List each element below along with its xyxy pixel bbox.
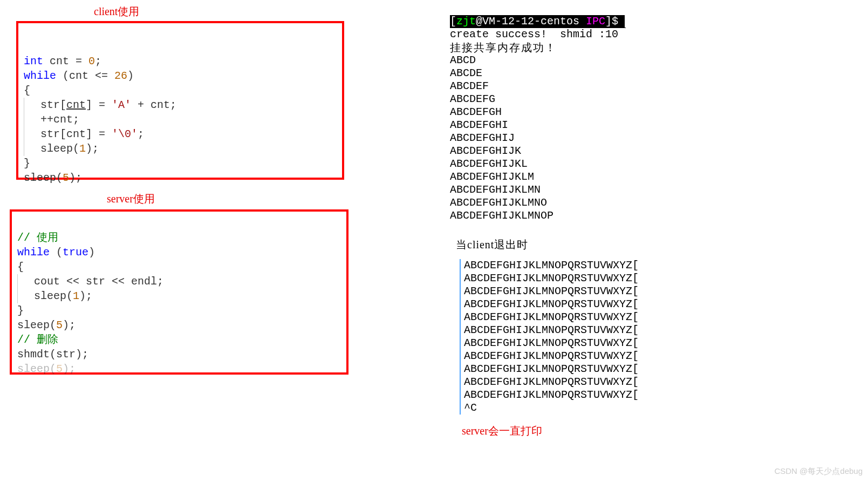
terminal-line: create success! shmid :10 (450, 28, 626, 41)
code-text: true (63, 246, 88, 259)
code-text: // 删除 (17, 334, 58, 346)
prompt-host: VM-12-12-centos (482, 15, 586, 28)
code-text: sleep( (17, 363, 56, 375)
exit-label: 当client退出时 (456, 237, 528, 252)
code-text: ); (79, 290, 92, 302)
server-code-box: // 使用 while (true) { cout << str << endl… (10, 209, 348, 375)
code-text: 0 (88, 55, 95, 67)
code-text: while (24, 70, 56, 82)
code-text: } (17, 304, 24, 317)
code-text: '\0' (112, 128, 138, 140)
code-text: ++cnt; (40, 113, 79, 126)
code-text: cout << str << endl; (34, 275, 163, 288)
code-text: sleep( (34, 290, 73, 302)
server-code: // 使用 while (true) { cout << str << endl… (12, 212, 346, 395)
code-text: } (24, 157, 30, 169)
code-text: 5 (56, 319, 63, 331)
code-text: ) (88, 246, 95, 259)
prompt-bracket: [ (450, 15, 456, 28)
code-text: sleep( (24, 172, 63, 184)
code-text: 26 (114, 70, 127, 82)
prompt-at: @ (476, 15, 482, 28)
terminal-output-2: ABCDEFGHIJKLMNOPQRSTUVWXYZ[ ABCDEFGHIJKL… (460, 259, 639, 415)
code-text: str[ (40, 99, 66, 111)
code-text: (cnt <= (56, 70, 114, 82)
code-text: ); (63, 363, 76, 375)
code-text: 'A' (112, 99, 131, 111)
code-text: ( (50, 246, 63, 259)
code-text: ; (138, 128, 144, 140)
code-text: { (17, 261, 24, 273)
code-text: 5 (63, 172, 69, 184)
code-text: ); (86, 142, 99, 155)
terminal-line: 挂接共享内存成功！ (450, 41, 626, 54)
terminal-seq-lines: ABCD ABCDE ABCDEF ABCDEFG ABCDEFGH ABCDE… (450, 54, 626, 220)
prompt-close: ]$ (605, 15, 625, 28)
code-text: ; (95, 55, 101, 67)
prompt-user: zjt (456, 15, 476, 28)
code-text: { (24, 84, 30, 97)
code-text: // 使用 (17, 232, 58, 244)
terminal-output-1: [zjt@VM-12-12-centos IPC]$ ./ipcServer c… (450, 15, 626, 220)
code-text: 5 (56, 363, 63, 375)
client-code: int cnt = 0; while (cnt <= 26) { str[cnt… (18, 23, 342, 204)
terminal-prompt: [zjt@VM-12-12-centos IPC]$ ./ipcServer (450, 15, 626, 28)
code-text: 1 (79, 142, 86, 155)
code-text: cnt (66, 99, 86, 111)
server-label: server使用 (107, 192, 155, 206)
code-text: while (17, 246, 50, 259)
code-text: ] = (86, 99, 112, 111)
client-code-box: int cnt = 0; while (cnt <= 26) { str[cnt… (16, 21, 344, 180)
code-text: str[cnt] = (40, 128, 112, 140)
terminal-cmd: ./ipcServer (625, 15, 626, 28)
watermark: CSDN @每天少点debug (774, 466, 863, 477)
code-text: ); (69, 172, 82, 184)
code-text: cnt = (43, 55, 88, 67)
server-keep-label: server会一直打印 (462, 424, 542, 438)
code-text: ); (63, 319, 76, 331)
code-text: int (24, 55, 43, 67)
code-text: sleep( (17, 319, 56, 331)
code-text: sleep( (40, 142, 79, 155)
code-text: ) (127, 70, 134, 82)
code-text: + cnt; (131, 99, 176, 111)
code-text: shmdt(str); (17, 348, 88, 361)
code-text: 1 (73, 290, 79, 302)
prompt-path: IPC (586, 15, 605, 28)
client-label: client使用 (94, 4, 139, 19)
